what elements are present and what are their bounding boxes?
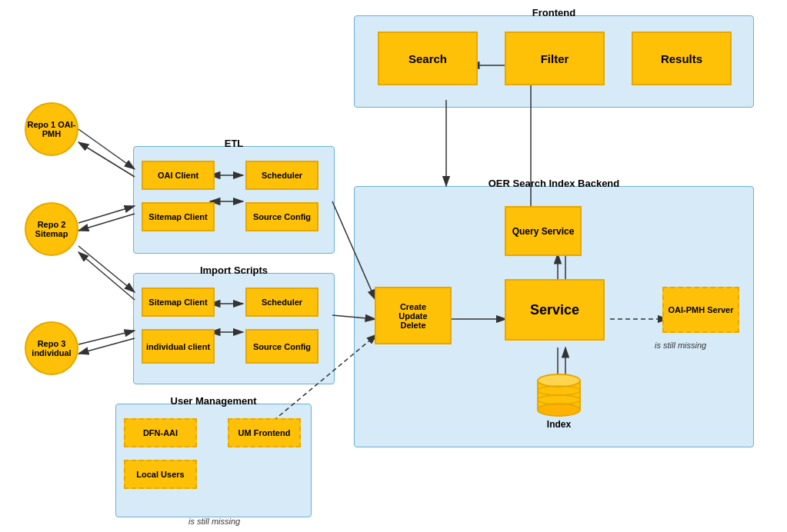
oai-pmh-server-box: OAI-PMH Server <box>662 287 739 333</box>
diagram-container: Repo 1 OAI-PMH Repo 2 Sitemap Repo 3 ind… <box>0 0 787 532</box>
source-config-imp-box: Source Config <box>245 329 318 364</box>
repo1-node: Repo 1 OAI-PMH <box>25 102 78 156</box>
etl-panel-title: ETL <box>225 138 244 149</box>
source-config-etl-box: Source Config <box>245 202 318 231</box>
import-scripts-title: Import Scripts <box>200 264 268 276</box>
um-frontend-box: UM Frontend <box>228 418 301 447</box>
dfn-aai-box: DFN-AAI <box>124 418 197 447</box>
svg-line-4 <box>78 142 135 177</box>
results-box: Results <box>632 32 732 85</box>
frontend-panel-title: Frontend <box>532 7 575 18</box>
import-scripts-panel: Import Scripts Sitemap Client Scheduler … <box>133 273 335 384</box>
svg-line-10 <box>78 338 135 354</box>
filter-box: Filter <box>505 32 605 85</box>
svg-line-6 <box>78 214 135 231</box>
search-box: Search <box>378 32 478 85</box>
sitemap-client-imp-box: Sitemap Client <box>142 288 215 317</box>
oai-pmh-missing-note: is still missing <box>655 341 706 350</box>
frontend-panel: Frontend Search Filter Results <box>354 15 754 108</box>
repo3-node: Repo 3 individual <box>25 321 78 375</box>
svg-point-28 <box>538 374 580 387</box>
svg-line-7 <box>78 246 135 292</box>
svg-line-8 <box>78 252 135 300</box>
etl-panel: ETL OAI Client Scheduler Sitemap Client … <box>133 146 335 254</box>
query-service-box: Query Service <box>505 206 582 256</box>
sitemap-client-etl-box: Sitemap Client <box>142 202 215 231</box>
local-users-box: Local Users <box>124 460 197 489</box>
user-management-panel: User Management DFN-AAI UM Frontend Loca… <box>115 404 312 517</box>
um-missing-note: is still missing <box>188 517 240 526</box>
oer-backend-title: OER Search Index Backend <box>489 178 620 189</box>
svg-line-9 <box>78 331 135 344</box>
oai-client-box: OAI Client <box>142 161 215 190</box>
svg-line-5 <box>78 206 135 223</box>
user-management-title: User Management <box>171 395 257 407</box>
service-box: Service <box>505 279 605 341</box>
svg-point-29 <box>538 404 580 416</box>
index-cylinder: Index <box>534 371 584 430</box>
oer-backend-panel: OER Search Index Backend Query Service C… <box>354 186 754 447</box>
scheduler-imp-box: Scheduler <box>245 288 318 317</box>
repo2-node: Repo 2 Sitemap <box>25 202 78 256</box>
individual-client-box: individual client <box>142 329 215 364</box>
scheduler-etl-box: Scheduler <box>245 161 318 190</box>
svg-line-3 <box>78 129 135 169</box>
index-label: Index <box>547 419 571 430</box>
create-update-delete-box: CreateUpdateDelete <box>375 287 452 344</box>
